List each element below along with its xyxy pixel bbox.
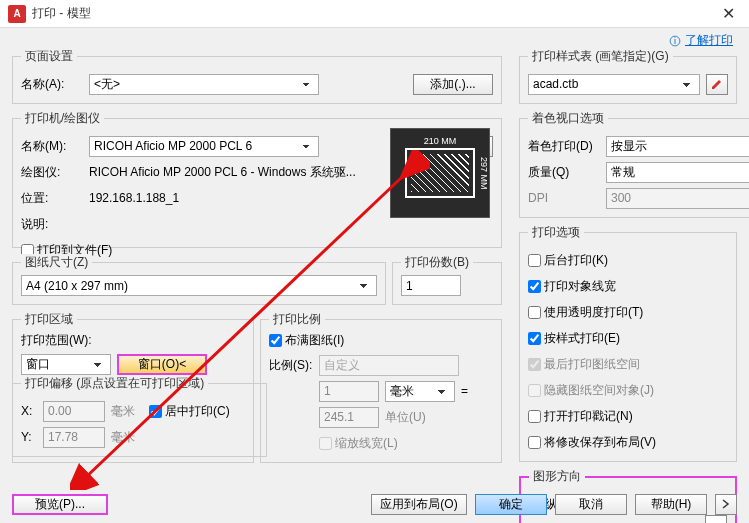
printer-name-select[interactable]: RICOH Aficio MP 2000 PCL 6 xyxy=(89,136,319,157)
close-icon[interactable]: ✕ xyxy=(716,4,741,23)
page-setup-group: 页面设置 名称(A): <无> 添加(.)... xyxy=(12,48,502,104)
paper-size-select[interactable]: A4 (210 x 297 mm) xyxy=(21,275,377,296)
opt-save-check[interactable]: 将修改保存到布局(V) xyxy=(528,434,656,451)
quality-label: 质量(Q) xyxy=(528,164,600,181)
learn-print-text[interactable]: 了解打印 xyxy=(685,32,733,49)
copies-input[interactable] xyxy=(401,275,461,296)
printer-name-label: 名称(M): xyxy=(21,138,83,155)
plot-options-group: 打印选项 后台打印(K) 打印对象线宽 使用透明度打印(T) 按样式打印(E) … xyxy=(519,224,737,462)
plot-area-legend: 打印区域 xyxy=(21,311,77,328)
paper-size-group: 图纸尺寸(Z) A4 (210 x 297 mm) xyxy=(12,254,386,305)
plotstyle-group: 打印样式表 (画笔指定)(G) acad.ctb xyxy=(519,48,737,104)
pagesetup-name-label: 名称(A): xyxy=(21,76,83,93)
plot-offset-legend: 打印偏移 (原点设置在可打印区域) xyxy=(21,375,208,392)
app-icon: A xyxy=(8,5,26,23)
info-icon: i xyxy=(669,35,681,47)
opt-bg-check[interactable]: 后台打印(K) xyxy=(528,252,608,269)
plot-scale-group: 打印比例 布满图纸(I) 比例(S): 自定义 毫米 = 单位(U) 缩放线宽(… xyxy=(260,311,502,463)
scale-unit-select[interactable]: 毫米 xyxy=(385,381,455,402)
svg-text:i: i xyxy=(674,36,676,46)
paper-size-legend: 图纸尺寸(Z) xyxy=(21,254,92,271)
scale-num-input xyxy=(319,381,379,402)
paper-preview: 210 MM 297 MM xyxy=(390,128,490,218)
shade-select[interactable]: 按显示 xyxy=(606,136,749,157)
paper-dim-width: 210 MM xyxy=(407,136,473,146)
opt-hideps-check: 隐藏图纸空间对象(J) xyxy=(528,382,654,399)
pencil-icon xyxy=(711,78,723,90)
offset-y-input xyxy=(43,427,105,448)
shade-label: 着色打印(D) xyxy=(528,138,600,155)
offset-y-label: Y: xyxy=(21,430,37,444)
viewport-group: 着色视口选项 着色打印(D) 按显示 质量(Q) 常规 DPI xyxy=(519,110,749,218)
opt-trans-check[interactable]: 使用透明度打印(T) xyxy=(528,304,643,321)
window-title: 打印 - 模型 xyxy=(32,5,716,22)
description-label: 说明: xyxy=(21,216,83,233)
offset-x-unit: 毫米 xyxy=(111,403,135,420)
quality-select[interactable]: 常规 xyxy=(606,162,749,183)
cancel-button[interactable]: 取消 xyxy=(555,494,627,515)
scale-equals-icon: = xyxy=(461,384,468,398)
ok-button[interactable]: 确定 xyxy=(475,494,547,515)
location-value: 192.168.1.188_1 xyxy=(89,191,179,205)
offset-x-input xyxy=(43,401,105,422)
plotstyle-select[interactable]: acad.ctb xyxy=(528,74,700,95)
copies-group: 打印份数(B) xyxy=(392,254,502,305)
plotstyle-edit-button[interactable] xyxy=(706,74,728,95)
scale-denom-input xyxy=(319,407,379,428)
plotter-label: 绘图仪: xyxy=(21,164,83,181)
opt-styles-check[interactable]: 按样式打印(E) xyxy=(528,330,620,347)
plotter-value: RICOH Aficio MP 2000 PCL 6 - Windows 系统驱… xyxy=(89,164,356,181)
location-label: 位置: xyxy=(21,190,83,207)
paper-dim-height: 297 MM xyxy=(479,150,489,196)
viewport-legend: 着色视口选项 xyxy=(528,110,608,127)
add-pagesetup-button[interactable]: 添加(.)... xyxy=(413,74,493,95)
titlebar: A 打印 - 模型 ✕ xyxy=(0,0,749,28)
scale-select: 自定义 xyxy=(319,355,459,376)
offset-y-unit: 毫米 xyxy=(111,429,135,446)
opt-stamp-check[interactable]: 打开打印戳记(N) xyxy=(528,408,633,425)
plotstyle-legend: 打印样式表 (画笔指定)(G) xyxy=(528,48,673,65)
plot-what-label: 打印范围(W): xyxy=(21,332,245,349)
plot-offset-group: 打印偏移 (原点设置在可打印区域) X: 毫米 居中打印(C) Y: 毫米 xyxy=(12,375,267,457)
chevron-right-icon xyxy=(722,499,730,509)
scale-lw-check: 缩放线宽(L) xyxy=(319,435,398,452)
orientation-legend: 图形方向 xyxy=(529,468,585,485)
plot-what-select[interactable]: 窗口 xyxy=(21,354,111,375)
copies-legend: 打印份数(B) xyxy=(401,254,473,271)
center-plot-check[interactable]: 居中打印(C) xyxy=(149,403,230,420)
expand-button[interactable] xyxy=(715,494,737,515)
preview-button[interactable]: 预览(P)... xyxy=(12,494,108,515)
dpi-input xyxy=(606,188,749,209)
scale-ratio-label: 比例(S): xyxy=(269,357,313,374)
printer-legend: 打印机/绘图仪 xyxy=(21,110,104,127)
scale-unit2-label: 单位(U) xyxy=(385,409,426,426)
fit-to-paper-check[interactable]: 布满图纸(I) xyxy=(269,332,344,349)
plot-options-legend: 打印选项 xyxy=(528,224,584,241)
window-pick-button[interactable]: 窗口(O)< xyxy=(117,354,207,375)
learn-print-link[interactable]: i 了解打印 xyxy=(669,32,733,49)
pagesetup-name-select[interactable]: <无> xyxy=(89,74,319,95)
opt-lw-check[interactable]: 打印对象线宽 xyxy=(528,278,616,295)
apply-layout-button[interactable]: 应用到布局(O) xyxy=(371,494,467,515)
help-button[interactable]: 帮助(H) xyxy=(635,494,707,515)
plot-scale-legend: 打印比例 xyxy=(269,311,325,328)
page-setup-legend: 页面设置 xyxy=(21,48,77,65)
opt-pslast-check: 最后打印图纸空间 xyxy=(528,356,640,373)
offset-x-label: X: xyxy=(21,404,37,418)
dpi-label: DPI xyxy=(528,191,600,205)
